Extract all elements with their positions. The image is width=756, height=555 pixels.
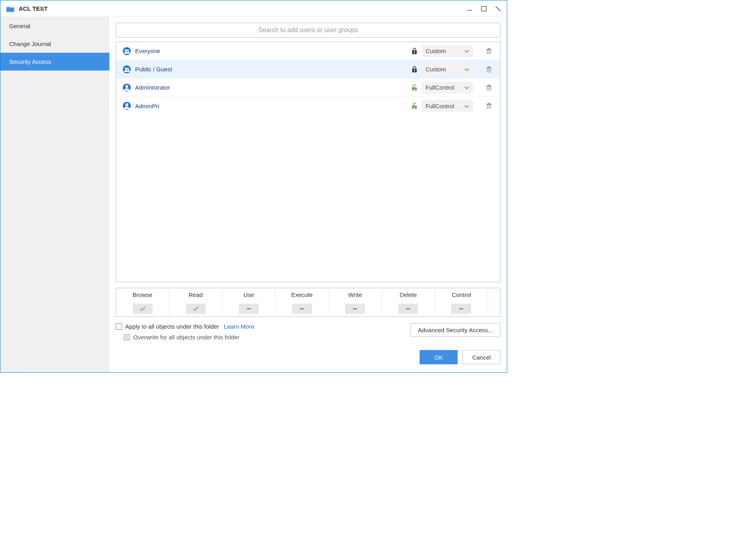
titlebar: ACL TEST: [0, 0, 507, 17]
acl-list: EveryoneCustomPublic / GuestCustomAdmini…: [116, 42, 500, 282]
perm-toggle-dash[interactable]: [345, 304, 365, 314]
user-icon: [122, 83, 131, 92]
acl-properties-window: ACL TEST General Change Journal Secu: [0, 0, 507, 373]
permission-dropdown[interactable]: Custom: [422, 45, 473, 57]
principal-name: Public / Guest: [135, 66, 325, 73]
svg-point-6: [125, 49, 127, 52]
trash-icon: [485, 48, 493, 55]
delete-acl-button[interactable]: [484, 101, 494, 111]
perm-toggle-dash[interactable]: [451, 304, 471, 314]
perm-value-spacer: [488, 301, 500, 316]
perm-header-cell: Browse: [116, 288, 169, 301]
apply-all-checkbox-line: Apply to all objects under this folder L…: [116, 323, 254, 330]
perm-toggle-dash[interactable]: [398, 304, 418, 314]
svg-rect-22: [487, 68, 491, 72]
trash-icon: [485, 84, 493, 91]
permission-value: FullControl: [426, 103, 454, 109]
acl-row[interactable]: Public / GuestCustom: [116, 60, 500, 78]
svg-rect-34: [488, 84, 490, 85]
perm-value-cell: [222, 301, 275, 316]
svg-rect-41: [487, 104, 491, 105]
permission-dropdown[interactable]: FullControl: [422, 82, 473, 94]
svg-point-28: [125, 85, 128, 88]
svg-point-36: [125, 103, 128, 106]
minimize-button[interactable]: [464, 3, 475, 14]
user-icon: [122, 101, 131, 110]
svg-rect-38: [487, 105, 491, 109]
perm-toggle-check[interactable]: [133, 304, 153, 314]
delete-acl-button[interactable]: [484, 83, 494, 92]
perm-value-cell: [382, 301, 435, 316]
lock-closed-icon: [410, 65, 418, 73]
svg-rect-15: [488, 48, 490, 49]
permissions-header-row: BrowseReadUseExecuteWriteDeleteControl: [116, 288, 500, 301]
options-row: Apply to all objects under this folder L…: [116, 323, 500, 341]
apply-all-label: Apply to all objects under this folder: [125, 323, 219, 330]
permission-value: Custom: [426, 48, 446, 54]
dialog-footer: OK Cancel: [116, 341, 500, 372]
permission-dropdown[interactable]: Custom: [422, 63, 473, 75]
perm-header-cell: Execute: [275, 288, 328, 301]
permission-dropdown[interactable]: FullControl: [422, 100, 473, 112]
chevron-down-icon: [464, 86, 469, 90]
principal-name: AdminPri: [135, 103, 325, 109]
search-users-input[interactable]: [116, 23, 500, 38]
perm-header-cell: Read: [169, 288, 222, 301]
svg-rect-11: [487, 50, 491, 54]
permissions-value-row: [116, 301, 500, 316]
acl-row[interactable]: EveryoneCustom: [116, 42, 500, 60]
svg-point-18: [127, 67, 129, 70]
chevron-down-icon: [464, 105, 469, 108]
chevron-down-icon: [464, 68, 469, 71]
perm-toggle-dash[interactable]: [239, 304, 259, 314]
window-title: ACL TEST: [19, 5, 48, 12]
perm-value-cell: [116, 301, 169, 316]
overwrite-checkbox-line: Overwrite for all objects under this fol…: [124, 334, 254, 341]
folder-icon: [6, 5, 15, 12]
cancel-button[interactable]: Cancel: [462, 350, 500, 364]
svg-point-17: [125, 67, 127, 70]
acl-row[interactable]: AdminPriFullControl: [116, 97, 500, 115]
sidebar-item-change-journal[interactable]: Change Journal: [0, 35, 109, 53]
maximize-button[interactable]: [478, 3, 489, 14]
sidebar-item-general[interactable]: General: [0, 17, 109, 35]
perm-header-cell: Control: [435, 288, 488, 301]
perm-toggle-check[interactable]: [186, 304, 206, 314]
svg-rect-33: [487, 85, 491, 86]
sidebar-item-security-access[interactable]: Security Access: [0, 53, 109, 71]
svg-rect-42: [488, 103, 490, 104]
advanced-security-button[interactable]: Advanced Security Access...: [410, 323, 500, 337]
svg-rect-10: [414, 52, 415, 53]
svg-rect-26: [488, 66, 490, 67]
perm-value-cell: [329, 301, 382, 316]
sidebar-item-label: Security Access: [9, 58, 51, 65]
perm-value-cell: [275, 301, 328, 316]
lock-closed-icon: [410, 47, 418, 55]
perm-toggle-dash[interactable]: [292, 304, 312, 314]
security-access-panel: EveryoneCustomPublic / GuestCustomAdmini…: [109, 17, 507, 372]
perm-value-cell: [169, 301, 222, 316]
svg-line-4: [496, 6, 500, 11]
svg-rect-30: [487, 86, 491, 90]
learn-more-link[interactable]: Learn More: [224, 323, 254, 330]
apply-all-checkbox[interactable]: [116, 323, 122, 330]
acl-row[interactable]: AdministratorFullControl: [116, 78, 500, 97]
svg-rect-2: [481, 6, 486, 11]
trash-icon: [485, 102, 493, 109]
svg-point-16: [123, 65, 131, 73]
overwrite-checkbox[interactable]: [124, 334, 130, 341]
perm-header-spacer: [488, 288, 500, 301]
svg-point-5: [123, 47, 131, 55]
delete-acl-button[interactable]: [484, 46, 494, 56]
svg-rect-14: [487, 49, 491, 50]
principal-name: Administrator: [135, 84, 325, 91]
window-controls: [464, 3, 504, 14]
svg-point-7: [127, 49, 129, 52]
close-button[interactable]: [493, 3, 504, 14]
lock-open-icon: [410, 84, 418, 92]
lock-open-icon: [410, 102, 418, 110]
ok-button[interactable]: OK: [420, 350, 458, 364]
perm-header-cell: Use: [222, 288, 275, 301]
delete-acl-button[interactable]: [484, 65, 494, 74]
svg-rect-0: [6, 8, 14, 12]
